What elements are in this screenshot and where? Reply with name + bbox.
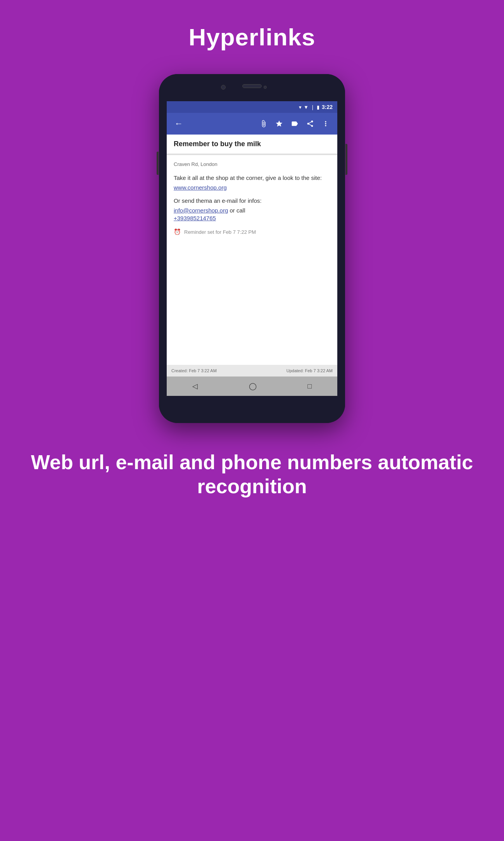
note-created: Created: Feb 7 3:22 AM: [171, 368, 217, 373]
note-title-bar: Remember to buy the milk: [167, 135, 337, 154]
nav-home-button[interactable]: ◯: [249, 382, 257, 390]
note-updated: Updated: Feb 7 3:22 AM: [287, 368, 333, 373]
location-icon: ▾: [299, 104, 302, 110]
status-time: 3:22: [322, 104, 333, 110]
note-title: Remember to buy the milk: [174, 140, 330, 148]
wifi-icon: ▼: [304, 104, 309, 110]
share-button[interactable]: [303, 117, 317, 131]
phone-speaker: [242, 84, 262, 88]
volume-button: [157, 152, 159, 175]
more-button[interactable]: [319, 117, 333, 131]
note-body-line2: Or send thema an e-mail for infos:: [174, 196, 330, 206]
phone-bottom-bezel: [159, 396, 345, 423]
toolbar-actions: [257, 117, 333, 131]
battery-icon: ▮: [317, 104, 319, 110]
note-body-line1: Take it all at the shop at the corner, g…: [174, 173, 330, 183]
signal-icon: ❘: [311, 104, 315, 110]
status-bar: ▾ ▼ ❘ ▮ 3:22: [167, 101, 337, 113]
android-nav-bar: ◁ ◯ □: [167, 376, 337, 396]
note-reminder: ⏰ Reminder set for Feb 7 7:22 PM: [174, 228, 330, 235]
note-phone-link[interactable]: +393985214765: [174, 215, 330, 221]
alarm-icon: ⏰: [174, 228, 181, 235]
app-toolbar: ←: [167, 113, 337, 135]
note-content: Craven Rd, London Take it all at the sho…: [167, 154, 337, 365]
nav-back-button[interactable]: ◁: [192, 382, 198, 390]
note-email-link[interactable]: info@cornershop.org: [174, 207, 228, 214]
phone-top-bezel: [159, 74, 345, 101]
front-camera: [221, 85, 226, 90]
favorite-button[interactable]: [272, 117, 286, 131]
note-footer: Created: Feb 7 3:22 AM Updated: Feb 7 3:…: [167, 365, 337, 376]
label-button[interactable]: [288, 117, 302, 131]
back-button[interactable]: ←: [171, 116, 186, 132]
page-title: Hyperlinks: [188, 23, 315, 51]
phone-screen: ▾ ▼ ❘ ▮ 3:22 ←: [167, 101, 337, 396]
status-icons: ▾ ▼ ❘ ▮: [299, 104, 319, 110]
phone-mockup: ▾ ▼ ❘ ▮ 3:22 ←: [159, 74, 345, 423]
bottom-description: Web url, e-mail and phone numbers automa…: [0, 450, 504, 499]
power-button: [345, 144, 347, 175]
proximity-sensor: [264, 86, 267, 89]
reminder-text: Reminder set for Feb 7 7:22 PM: [184, 229, 256, 235]
note-url-link[interactable]: www.cornershop.org: [174, 184, 330, 191]
nav-recents-button[interactable]: □: [307, 382, 312, 390]
attachment-button[interactable]: [257, 117, 271, 131]
note-call-text: or call: [228, 207, 245, 214]
note-location: Craven Rd, London: [174, 161, 330, 167]
